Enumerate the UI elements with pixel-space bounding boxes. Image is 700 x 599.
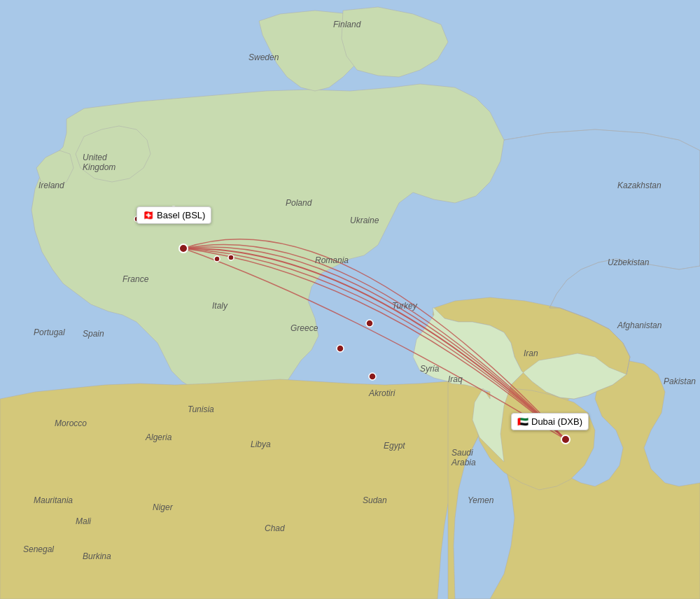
svg-point-8 bbox=[179, 244, 188, 253]
svg-point-5 bbox=[366, 320, 373, 327]
dubai-airport-name: Dubai (DXB) bbox=[531, 416, 582, 427]
svg-point-4 bbox=[228, 255, 234, 260]
uae-flag: 🇦🇪 bbox=[517, 416, 528, 427]
dubai-label: 🇦🇪 Dubai (DXB) bbox=[511, 413, 589, 430]
svg-point-7 bbox=[369, 373, 376, 380]
map-svg bbox=[0, 0, 700, 599]
svg-point-3 bbox=[214, 256, 220, 262]
basel-label: 🇨🇭 Basel (BSL) bbox=[136, 206, 211, 224]
svg-point-6 bbox=[337, 345, 344, 352]
map-container: 🇨🇭 Basel (BSL) 🇦🇪 Dubai (DXB) Ireland Un… bbox=[0, 0, 700, 599]
swiss-flag: 🇨🇭 bbox=[143, 210, 154, 220]
svg-point-9 bbox=[561, 435, 570, 444]
basel-airport-name: Basel (BSL) bbox=[157, 210, 205, 220]
